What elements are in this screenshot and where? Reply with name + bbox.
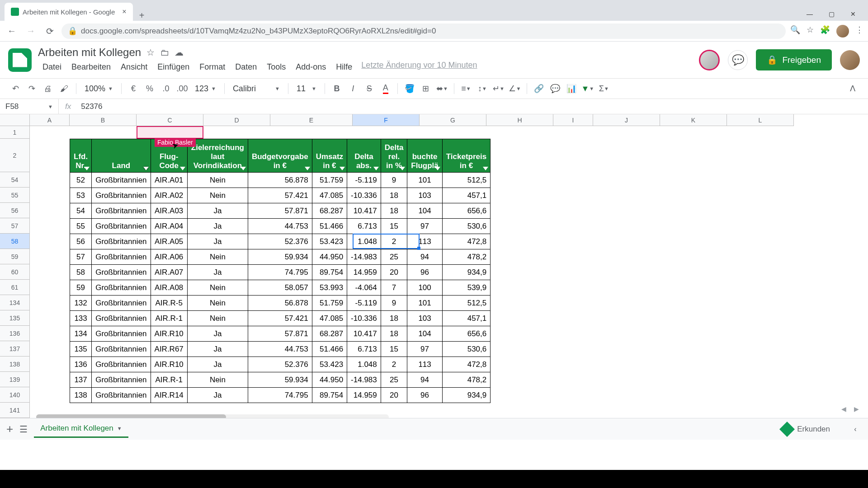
cell[interactable]: -5.119 <box>347 173 381 188</box>
cell[interactable]: AIR.A07 <box>151 265 187 280</box>
cell[interactable]: 136 <box>70 357 92 372</box>
cell[interactable]: Großbritannien <box>92 296 151 311</box>
extensions-icon[interactable]: 🧩 <box>820 25 830 38</box>
cell[interactable]: Nein <box>187 296 248 311</box>
cell[interactable]: 656,6 <box>442 326 490 342</box>
cell[interactable]: 20 <box>381 388 407 403</box>
select-all-corner[interactable] <box>0 114 30 126</box>
zoom-select[interactable]: 100%▼ <box>81 84 117 94</box>
cell[interactable]: 44.950 <box>312 372 347 388</box>
cell[interactable]: 10.417 <box>347 203 381 219</box>
borders-button[interactable]: ⊞ <box>419 81 433 96</box>
row-header[interactable]: 57 <box>0 218 30 234</box>
move-icon[interactable]: 🗀 <box>160 47 169 58</box>
row-header[interactable]: 139 <box>0 372 30 387</box>
cell[interactable]: 934,9 <box>442 265 490 280</box>
menu-format[interactable]: Format <box>195 61 230 74</box>
cell[interactable]: 94 <box>407 372 442 388</box>
cell[interactable]: 52.376 <box>248 357 312 372</box>
cell[interactable]: 18 <box>381 203 407 219</box>
row-header[interactable]: 56 <box>0 203 30 218</box>
cell[interactable]: 96 <box>407 388 442 403</box>
comments-button[interactable]: 💬 <box>728 50 748 70</box>
back-button[interactable]: ← <box>5 24 19 38</box>
table-header[interactable]: Ticketpreis in € <box>442 139 490 173</box>
cell[interactable]: 55 <box>70 219 92 234</box>
cell[interactable]: AIR.A03 <box>151 203 187 219</box>
cell[interactable]: 134 <box>70 326 92 342</box>
cell[interactable]: 9 <box>381 296 407 311</box>
scroll-left-button[interactable]: ◀ <box>838 404 849 414</box>
cell[interactable]: 103 <box>407 188 442 203</box>
menu-datei[interactable]: Datei <box>38 61 66 74</box>
col-header-L[interactable]: L <box>727 114 794 126</box>
cell[interactable]: 52.376 <box>248 234 312 249</box>
merge-button[interactable]: ⬌▼ <box>435 81 449 96</box>
cell[interactable]: 53.423 <box>312 357 347 372</box>
cell[interactable]: 57 <box>70 249 92 265</box>
cell[interactable]: Ja <box>187 265 248 280</box>
cell[interactable]: AIR.A06 <box>151 249 187 265</box>
cell[interactable]: 472,8 <box>442 234 490 249</box>
profile-avatar[interactable] <box>836 25 849 38</box>
cell[interactable]: Großbritannien <box>92 326 151 342</box>
col-header-D[interactable]: D <box>203 114 270 126</box>
close-window-button[interactable]: ✕ <box>843 7 863 21</box>
cell[interactable]: 530,6 <box>442 219 490 234</box>
cell[interactable]: Großbritannien <box>92 342 151 357</box>
cell[interactable]: 14.959 <box>347 265 381 280</box>
cell[interactable]: 9 <box>381 173 407 188</box>
cell[interactable]: 135 <box>70 342 92 357</box>
bookmark-icon[interactable]: ☆ <box>807 25 814 38</box>
cell[interactable]: Großbritannien <box>92 372 151 388</box>
cell[interactable]: 512,5 <box>442 296 490 311</box>
cell[interactable]: 472,8 <box>442 357 490 372</box>
cell[interactable]: -5.119 <box>347 296 381 311</box>
cell[interactable]: 56.878 <box>248 296 312 311</box>
cell[interactable]: AIR.R10 <box>151 326 187 342</box>
cell[interactable]: 54 <box>70 203 92 219</box>
menu-daten[interactable]: Daten <box>231 61 261 74</box>
cell[interactable]: Ja <box>187 342 248 357</box>
row-header[interactable]: 61 <box>0 280 30 295</box>
functions-button[interactable]: Σ▼ <box>597 81 611 96</box>
cell[interactable]: 57.421 <box>248 188 312 203</box>
increase-decimal-button[interactable]: .00 <box>175 81 189 96</box>
cell[interactable]: 89.754 <box>312 265 347 280</box>
collapse-toolbar-button[interactable]: ᐱ <box>845 81 860 96</box>
sheets-logo[interactable] <box>8 48 32 72</box>
redo-button[interactable]: ↷ <box>24 81 39 96</box>
font-select[interactable]: Calibri▼ <box>229 84 283 94</box>
menu-icon[interactable]: ⋮ <box>855 25 863 38</box>
explore-button[interactable]: Erkunden <box>775 420 836 438</box>
table-header[interactable]: Land <box>92 139 151 173</box>
cell[interactable]: Nein <box>187 372 248 388</box>
italic-button[interactable]: I <box>346 81 360 96</box>
cell[interactable]: 53.423 <box>312 234 347 249</box>
cell[interactable]: 512,5 <box>442 173 490 188</box>
cell[interactable]: 15 <box>381 219 407 234</box>
cell[interactable]: AIR.R67 <box>151 342 187 357</box>
cell[interactable]: Nein <box>187 280 248 296</box>
cell[interactable]: Ja <box>187 388 248 403</box>
rotate-button[interactable]: ∠▼ <box>508 81 522 96</box>
cell[interactable]: Ja <box>187 219 248 234</box>
cell[interactable]: 44.753 <box>248 219 312 234</box>
menu-einfuegen[interactable]: Einfügen <box>153 61 194 74</box>
cell[interactable]: Großbritannien <box>92 234 151 249</box>
cell[interactable]: Ja <box>187 234 248 249</box>
cell[interactable]: Ja <box>187 203 248 219</box>
cell[interactable]: 101 <box>407 173 442 188</box>
cell[interactable]: 934,9 <box>442 388 490 403</box>
table-header[interactable]: Zielerreichung laut Vorindikation <box>187 139 248 173</box>
print-button[interactable]: 🖨 <box>41 81 55 96</box>
cell[interactable]: 47.085 <box>312 311 347 326</box>
cell[interactable]: 138 <box>70 388 92 403</box>
row-header[interactable]: 135 <box>0 310 30 326</box>
cell[interactable]: AIR.R14 <box>151 388 187 403</box>
col-header-H[interactable]: H <box>486 114 553 126</box>
menu-ansicht[interactable]: Ansicht <box>116 61 152 74</box>
cloud-icon[interactable]: ☁ <box>175 47 184 58</box>
row-header[interactable]: 138 <box>0 357 30 372</box>
cell[interactable]: Großbritannien <box>92 249 151 265</box>
